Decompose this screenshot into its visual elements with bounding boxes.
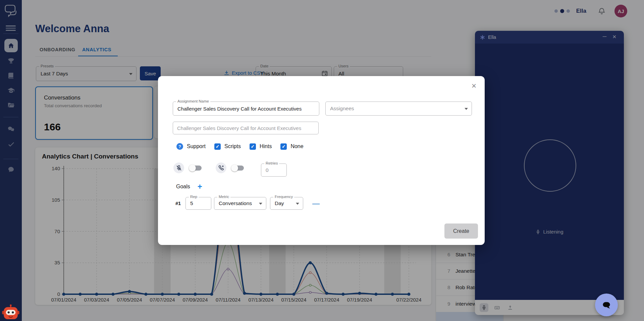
checkbox-checked-icon: ✓ xyxy=(214,143,221,150)
remove-goal-button[interactable]: — xyxy=(312,199,320,208)
none-label: None xyxy=(290,143,303,149)
checkbox-checked-icon: ✓ xyxy=(280,143,287,150)
assignment-description-input[interactable] xyxy=(173,122,319,134)
rep-value: 5 xyxy=(190,200,193,206)
assignment-name-label: Assignment Name xyxy=(176,100,210,104)
phone-toggle[interactable] xyxy=(232,166,244,171)
goals-section-label: Goals xyxy=(176,184,190,190)
chat-fab-button[interactable] xyxy=(595,294,618,316)
frequency-label: Frequency xyxy=(273,195,294,199)
checkbox-scripts[interactable]: ✓ Scripts xyxy=(214,143,241,150)
metric-label: Metric xyxy=(217,195,230,199)
chevron-down-icon xyxy=(259,203,262,205)
create-button[interactable]: Create xyxy=(444,223,478,239)
support-help-item[interactable]: ? Support xyxy=(176,143,206,150)
metric-value: Conversations xyxy=(219,200,252,206)
mic-muted-chip xyxy=(173,163,184,173)
help-icon: ? xyxy=(176,143,183,150)
add-goal-button[interactable]: + xyxy=(198,183,202,191)
assignment-name-field[interactable]: Assignment Name Challenger Sales Discove… xyxy=(173,102,319,116)
checkbox-checked-icon: ✓ xyxy=(250,143,256,150)
goal-rep-field[interactable]: Rep 5 xyxy=(185,197,211,210)
mic-off-icon xyxy=(175,165,182,172)
chevron-down-icon xyxy=(296,203,299,205)
phone-x-icon xyxy=(218,165,225,172)
mascot-robot-icon[interactable] xyxy=(1,303,20,321)
support-options-row: ? Support ✓ Scripts ✓ Hints ✓ None xyxy=(176,143,304,150)
phone-off-chip xyxy=(216,163,226,173)
create-assignment-dialog: ✕ Assignment Name Challenger Sales Disco… xyxy=(158,76,485,245)
assignees-select[interactable]: Assignees xyxy=(325,102,472,116)
hints-label: Hints xyxy=(260,143,272,149)
chevron-down-icon xyxy=(465,108,468,110)
support-label: Support xyxy=(187,143,206,149)
assignment-name-value: Challenger Sales Discovery Call for Acco… xyxy=(177,106,302,112)
goal-metric-select[interactable]: Metric Conversations xyxy=(214,197,266,210)
retries-label: Retries xyxy=(264,162,279,166)
checkbox-none[interactable]: ✓ None xyxy=(280,143,303,150)
scripts-label: Scripts xyxy=(224,143,241,149)
frequency-value: Day xyxy=(275,200,284,206)
mic-toggle[interactable] xyxy=(190,166,202,171)
retries-field[interactable]: Retries 0 xyxy=(261,164,287,177)
rep-label: Rep xyxy=(189,195,199,199)
goal-index-label: #1 xyxy=(175,201,181,206)
assignees-placeholder: Assignees xyxy=(330,106,354,112)
retries-value: 0 xyxy=(266,167,269,173)
checkbox-hints[interactable]: ✓ Hints xyxy=(250,143,272,150)
chat-bubble-icon xyxy=(601,299,612,311)
goal-frequency-select[interactable]: Frequency Day xyxy=(270,197,303,210)
close-icon[interactable]: ✕ xyxy=(471,82,477,90)
call-settings-row xyxy=(173,163,244,173)
